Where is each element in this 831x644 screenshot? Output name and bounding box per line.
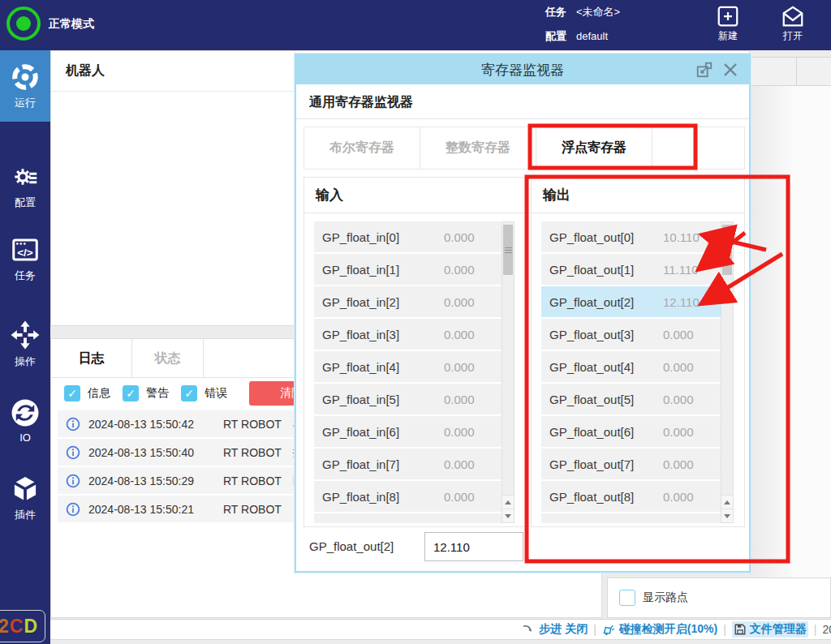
register-row[interactable]: GP_float_out[0] 10.110 [541,221,721,252]
log-source: RT ROBOT [223,503,286,516]
separator: | [723,623,726,636]
register-row[interactable]: GP_float_in[1] 0.000 [314,254,502,285]
open-button[interactable]: 打开 [770,4,816,43]
register-name: GP_float_in[5] [322,393,399,406]
register-name: GP_float_in[8] [322,490,399,504]
register-name: GP_float_in[4] [322,360,399,374]
info-checkbox[interactable]: ✓ [64,385,80,401]
logo-letter: 2 [0,616,10,638]
restore-window-icon[interactable] [695,61,713,79]
register-row[interactable]: GP_float_out[8] 0.000 [541,481,721,512]
sidebar-item-task[interactable]: </> 任务 [0,223,50,294]
io-icon [11,398,40,427]
file-manager-icon [734,623,747,636]
register-value: 0.000 [663,360,694,374]
run-icon [11,62,40,92]
register-row[interactable]: GP_float_out[7] 0.000 [541,449,721,479]
register-row[interactable]: GP_float_in[2] 0.000 [314,286,502,317]
operate-icon [10,320,41,350]
log-source: RT ROBOT [223,446,286,459]
register-name: GP_float_out[3] [549,328,634,341]
sidebar-item-label: 运行 [15,96,36,110]
sidebar-item-plugin[interactable]: 插件 [0,462,50,534]
register-name: GP_float_in[2] [322,295,399,309]
collision-detect-item[interactable]: 碰撞检测开启(10%) [602,622,717,637]
error-checkbox-label: 错误 [205,386,227,401]
file-manager-label: 文件管理器 [750,622,807,637]
scrollbar-thumb[interactable] [503,225,513,275]
register-row[interactable]: GP_float_out[6] 0.000 [541,416,721,447]
register-value: 0.000 [444,295,475,309]
tab-status[interactable]: 状态 [132,339,204,378]
register-value: 0.000 [444,263,475,277]
register-value: 0.000 [663,457,694,471]
register-value-input[interactable] [424,532,523,561]
log-time: 2024-08-13 15:50:21 [88,503,215,516]
input-column-title: 输入 [304,178,525,213]
register-row[interactable]: GP_float_in[5] 0.000 [314,384,502,414]
sidebar: 运行 配置 </> 任务 操作 IO 插件 B2CD [0,50,50,644]
register-name: GP_float_out[7] [549,457,634,471]
sidebar-item-label: 插件 [15,508,36,522]
register-name: GP_float_in[1] [322,263,399,277]
register-name: GP_float_out[0] [549,230,634,244]
register-row[interactable]: GP_float_out[4] 0.000 [541,351,721,382]
scrollbar-thumb[interactable] [722,225,732,275]
sidebar-item-label: IO [19,431,31,444]
logo-letter: D [24,616,38,638]
collision-icon [602,623,616,636]
show-waypoints-checkbox[interactable] [619,590,635,606]
sidebar-item-run[interactable]: 运行 [0,50,50,122]
register-row[interactable]: GP_float_in[3] 0.000 [314,319,502,350]
scroll-down-button[interactable] [502,509,514,522]
warning-checkbox[interactable]: ✓ [123,385,139,401]
sidebar-item-label: 操作 [15,354,36,369]
svg-text:</>: </> [17,247,33,259]
log-time: 2024-08-13 15:50:40 [88,446,215,459]
register-value: 11.110 [663,263,699,277]
input-register-column: 输入 GP_float_in[0] 0.000 GP_float_in[1] 0… [304,177,526,527]
top-header: 正常模式 任务<未命名> 配置default 新建 打开 [0,0,831,50]
output-scrollbar[interactable] [721,221,734,523]
register-row[interactable]: GP_float_in[4] 0.000 [314,351,502,382]
register-row[interactable]: GP_float_out[1] 11.110 [541,254,721,285]
tab-log[interactable]: 日志 [51,339,132,378]
register-row[interactable]: GP_float_in[8] 0.000 [314,481,502,512]
register-value: 0.000 [444,490,475,504]
register-row[interactable]: GP_float_out[2] 12.110 [541,286,721,317]
status-bar: 步进 关闭 | 碰撞检测开启(10%) | 文件管理器 | 20 [50,619,831,640]
app-window: 机器人 日志 状态 ✓ 信息 ✓ 警告 ✓ 错误 清除 2024-08-13 1… [0,0,831,644]
sidebar-item-config[interactable]: 配置 [0,150,50,221]
dialog-titlebar[interactable]: 寄存器监视器 [296,55,749,84]
mode-status-icon [6,6,41,41]
scroll-down-button[interactable] [721,509,733,522]
log-source: RT ROBOT [223,474,286,487]
error-checkbox[interactable]: ✓ [181,385,197,401]
register-name: GP_float_out[4] [549,360,634,374]
register-row[interactable]: GP_float_in[0] 0.000 [314,221,502,252]
sidebar-item-operate[interactable]: 操作 [0,308,50,380]
sidebar-item-io[interactable]: IO [0,385,50,457]
info-checkbox-label: 信息 [88,386,110,401]
tab-float-register[interactable]: 浮点寄存器 [536,127,652,169]
file-manager-item[interactable]: 文件管理器 [732,621,808,638]
scroll-up-button[interactable] [502,495,514,509]
register-row[interactable]: GP_float_out[3] 0.000 [541,319,721,350]
robot-panel-title: 机器人 [66,62,105,79]
new-button[interactable]: 新建 [705,4,751,43]
register-row[interactable]: GP_float_out[5] 0.000 [541,384,721,414]
register-monitor-dialog: 寄存器监视器 通用寄存器监视器 布尔寄存器 整数寄存器 浮点寄存器 输入 GP_… [295,54,751,573]
register-row[interactable]: GP_float_in[6] 0.000 [314,416,502,447]
sidebar-item-label: 任务 [15,268,36,283]
tab-int-register[interactable]: 整数寄存器 [420,127,536,169]
register-row[interactable]: GP_float_in[7] 0.000 [314,449,502,479]
register-name: GP_float_out[1] [549,263,634,277]
scroll-up-button[interactable] [721,495,733,509]
input-scrollbar[interactable] [502,221,515,523]
register-value: 0.000 [663,425,694,439]
close-icon[interactable] [721,61,739,79]
robot-view-area [751,86,831,577]
task-row: 任务<未命名> [545,5,620,19]
tab-bool-register[interactable]: 布尔寄存器 [304,127,420,169]
step-mode-item[interactable]: 步进 关闭 [523,622,588,637]
